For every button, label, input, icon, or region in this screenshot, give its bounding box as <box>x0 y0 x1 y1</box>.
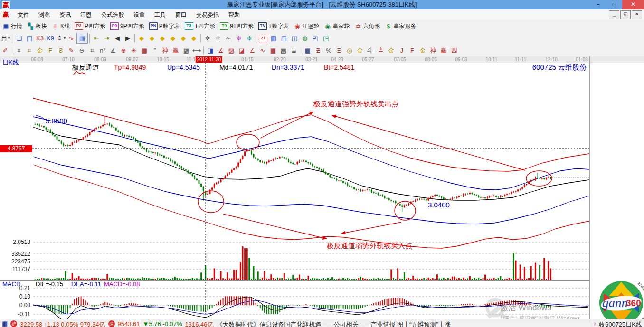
starburst-tool[interactable]: ✳ <box>129 46 139 56</box>
mdi-close-button[interactable]: ✕ <box>632 10 642 19</box>
calculator-button[interactable]: ▦ <box>268 33 279 43</box>
percent-tool[interactable]: % <box>323 46 334 56</box>
gold-under-tool[interactable]: 金 <box>386 46 397 56</box>
status-grid-icon[interactable]: ▦ <box>2 320 8 327</box>
helper-button[interactable]: ◳ <box>321 33 331 43</box>
minimize-button[interactable]: – <box>590 0 606 9</box>
menu-item-文件[interactable]: 文件 <box>13 11 34 18</box>
diamond-up-button[interactable]: ◆ <box>178 33 189 43</box>
angle-line-tool[interactable]: ∠ <box>247 46 257 56</box>
period-day-dropdown[interactable]: 日▾ <box>0 33 10 43</box>
mdi-restore-button[interactable]: ◱ <box>620 10 631 19</box>
kline-volume-icon[interactable]: ▥ <box>76 33 88 44</box>
clover-purple-button[interactable]: ❉ <box>234 33 244 43</box>
intraday-icon[interactable]: ∿ <box>66 33 76 43</box>
j-angle-tool[interactable]: J <box>397 46 407 56</box>
menu-item-窗口[interactable]: 窗口 <box>170 11 191 18</box>
grid-tool[interactable]: ⌗ <box>14 46 24 56</box>
save-button[interactable]: ◫ <box>289 33 300 43</box>
n-square-tool[interactable]: n² <box>97 46 108 56</box>
winner-wheel-button[interactable]: ◉赢家轮 <box>322 21 352 31</box>
win-grid-tool[interactable]: 赢 <box>170 46 181 56</box>
remote-screen-button[interactable]: ◰ <box>310 33 321 43</box>
slash-lines-tool[interactable]: ≣ <box>289 46 299 56</box>
z-percent-tool[interactable]: Ƶ <box>313 46 323 56</box>
brush-tool[interactable]: ✎ <box>66 46 76 56</box>
next-bar-button[interactable]: ▶ <box>123 33 133 43</box>
kline-3-icon[interactable]: K3 <box>35 33 45 43</box>
hand-tool-button[interactable]: ✥ <box>202 33 213 43</box>
ninet-square-button[interactable]: T99T四方形 <box>218 21 256 31</box>
angle-ruler-tool[interactable]: ∡ <box>108 46 118 56</box>
five-lines-tool[interactable]: Ξ <box>334 46 344 56</box>
diamond-left-button[interactable]: ◆ <box>136 33 147 43</box>
grid2-tool[interactable]: ⌗ <box>87 46 97 56</box>
shenzhen-index-value[interactable]: 9543.61 <box>118 320 140 327</box>
width-measure-tool[interactable]: ⟷ <box>191 46 202 56</box>
t-square-button[interactable]: T3T四方形 <box>182 21 218 31</box>
menu-item-帮助[interactable]: 帮助 <box>224 11 245 18</box>
p-square-button[interactable]: P3P四方形 <box>72 21 108 31</box>
scissors-tool-button[interactable]: ✁ <box>223 33 234 43</box>
corner-box-tool[interactable]: ◪ <box>237 46 247 56</box>
clover-teal-button[interactable]: ❉ <box>244 33 255 43</box>
pen-tool[interactable]: ✐ <box>0 46 10 56</box>
window-half-tool[interactable]: ◨ <box>205 46 216 56</box>
diamond-right-button[interactable]: ◆ <box>147 33 157 43</box>
shanghai-index-quote[interactable]: 3229.58 ↑1.13 0.05% 979.34亿 <box>20 320 105 327</box>
quotes-button[interactable]: ▦行情 <box>0 21 25 31</box>
notepad-button[interactable]: ▤ <box>279 33 289 43</box>
red-grid-tool[interactable]: ▦ <box>139 46 150 56</box>
gann-circle-tool[interactable]: ⊕ <box>118 46 129 56</box>
menu-item-资讯[interactable]: 资讯 <box>55 11 76 18</box>
measure-tool[interactable]: 斗 <box>365 46 376 56</box>
ninep-square-button[interactable]: P99P四方形 <box>108 21 147 31</box>
circle-tool[interactable]: ⊖ <box>76 46 87 56</box>
web-globe-button[interactable]: ◍ <box>300 33 310 43</box>
menu-item-公式选股[interactable]: 公式选股 <box>96 11 129 18</box>
wave-line-tool[interactable]: ∿ <box>257 46 268 56</box>
diamond-compress-button[interactable]: ◆ <box>168 33 178 43</box>
spiral-tool[interactable]: Ƨ <box>56 46 66 56</box>
chart-window-icon[interactable]: ❏ <box>14 33 24 43</box>
maximize-button[interactable]: □ <box>606 0 622 9</box>
winner-service-button[interactable]: $赢家服务 <box>382 21 418 31</box>
four-wave-tool[interactable]: 四 <box>449 46 459 56</box>
gann-wheel-button[interactable]: ◉江恩轮 <box>291 21 322 31</box>
updown-dropdown[interactable]: ⇕▾ <box>56 33 66 43</box>
news-ticker[interactable]: 《大数据时代》信息设备国产化迎机遇——公司相关——产业情报 图上“五维预测”上涨 <box>217 320 451 327</box>
stats-panel-tool[interactable]: ▤ <box>303 46 313 56</box>
fibonacci-tool[interactable]: F <box>45 46 56 56</box>
fan-lines-tool[interactable]: ∡ <box>216 46 226 56</box>
mdi-minimize-button[interactable]: _ <box>609 10 619 19</box>
sectors-button[interactable]: ▚板块 <box>25 21 49 31</box>
diamond-down-button[interactable]: ◆ <box>189 33 199 43</box>
ruler-grid-tool[interactable]: ▩ <box>181 46 191 56</box>
hexagon-button[interactable]: ✡六角形 <box>352 21 382 31</box>
menu-item-浏览[interactable]: 浏览 <box>34 11 55 18</box>
golden-column-tool[interactable]: 金 <box>35 46 45 56</box>
gold-circle-tool[interactable]: ◎ <box>344 46 355 56</box>
p-number-table-button[interactable]: PNP数字表 <box>147 21 182 31</box>
menu-item-交易委托[interactable]: 交易委托 <box>191 11 224 18</box>
prev-bar-button[interactable]: ◀ <box>112 33 123 43</box>
crosshair-tool-button[interactable]: ✛ <box>213 33 223 43</box>
close-button[interactable]: ✕ <box>622 0 644 9</box>
info-doc-icon[interactable]: ▤ <box>24 33 35 43</box>
f-angle-tool[interactable]: F <box>407 46 417 56</box>
last-page-button[interactable]: ⇥ <box>102 33 112 43</box>
quote-mark-tool[interactable]: ” <box>150 46 160 56</box>
kline-9-icon[interactable]: K9 <box>45 33 56 43</box>
dark-table-tool[interactable]: ▩ <box>278 46 289 56</box>
gold-cross-tool[interactable]: ≜ <box>376 46 386 56</box>
gold-lines-tool[interactable]: 金 <box>355 46 365 56</box>
menu-item-工具[interactable]: 工具 <box>150 11 170 18</box>
kline-button[interactable]: ‖K线 <box>49 21 72 31</box>
calendar-button[interactable]: 21 <box>258 33 268 43</box>
shen-under-tool[interactable]: 神 <box>428 46 438 56</box>
first-page-button[interactable]: ⇤ <box>91 33 102 43</box>
win-under-tool[interactable]: 赢 <box>438 46 449 56</box>
t-number-table-button[interactable]: TNT数字表 <box>256 21 291 31</box>
red-table-tool[interactable]: ▦ <box>268 46 278 56</box>
diamond-expand-button[interactable]: ◆ <box>157 33 168 43</box>
